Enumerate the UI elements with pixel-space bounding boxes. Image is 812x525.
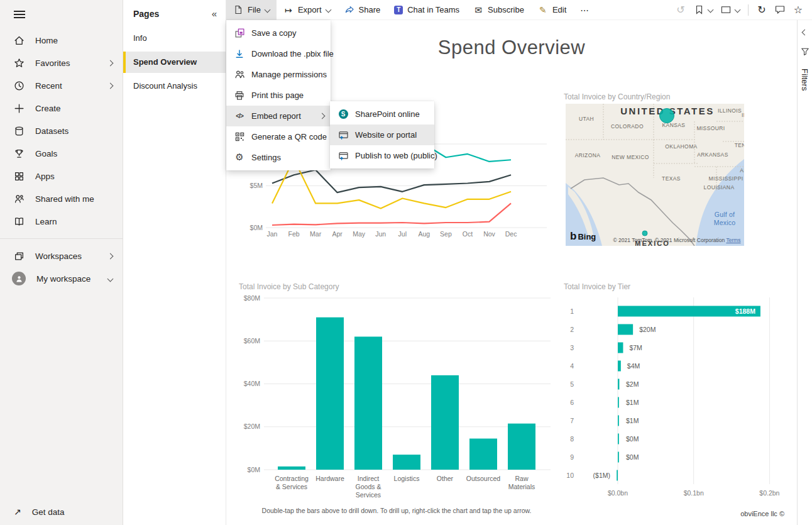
bar-chart-visual[interactable]: Total Invoice by Sub Category $0M$20M$40…	[239, 280, 554, 525]
bookmarks-icon[interactable]	[694, 5, 704, 15]
more-options-button[interactable]: ⋯	[573, 0, 596, 20]
svg-text:RawMaterials: RawMaterials	[508, 475, 535, 490]
bar-indirect-goods-services[interactable]	[354, 336, 382, 470]
chevron-down-icon[interactable]	[708, 7, 714, 13]
sidebar-item-label: Create	[35, 104, 112, 113]
tier-bar-6[interactable]	[618, 397, 619, 408]
menu-item-generate-a-qr-code[interactable]: Generate a QR code	[226, 126, 331, 147]
sidebar-item-label: Shared with me	[35, 194, 112, 204]
page-item-discount-analysis[interactable]: Discount Analysis	[123, 75, 226, 97]
filters-pane-collapsed: Filters	[797, 20, 812, 525]
menu-item-print-this-page[interactable]: Print this page	[226, 85, 331, 106]
submenu-item-publish-to-web-public-[interactable]: Publish to web (public)	[330, 145, 434, 166]
edit-button[interactable]: ✎ Edit	[531, 0, 573, 20]
share-icon	[344, 5, 354, 15]
svg-text:$0M: $0M	[626, 453, 639, 461]
chevron-down-icon[interactable]	[735, 7, 741, 13]
apps-icon	[14, 171, 25, 182]
svg-text:$1M: $1M	[626, 399, 639, 406]
tier-bar-10[interactable]	[617, 470, 618, 481]
favorite-star-icon[interactable]: ☆	[793, 5, 803, 15]
tier-chart-plot: $0.0bn$0.1bn$0.2bn1$188M2$20M3$7M4$4M5$2…	[564, 280, 782, 511]
menu-item-manage-permissions[interactable]: Manage permissions	[226, 64, 331, 85]
svg-text:$4M: $4M	[627, 362, 640, 370]
sidebar-item-favorites[interactable]: Favorites	[0, 52, 123, 74]
menu-item-settings[interactable]: ⚙Settings	[226, 147, 331, 168]
svg-text:$188M: $188M	[735, 307, 755, 315]
bar-contracting-services[interactable]	[278, 467, 305, 470]
svg-text:Jul: Jul	[398, 230, 407, 238]
sidebar-item-home[interactable]: Home	[0, 29, 123, 52]
sidebar-item-shared-with-me[interactable]: Shared with me	[0, 187, 123, 210]
sidebar-item-learn[interactable]: Learn	[0, 210, 123, 233]
red-series[interactable]	[272, 203, 511, 225]
sidebar-item-my-workspace[interactable]: My workspace	[0, 267, 123, 290]
file-menu: Save a copyDownload the .pbix fileManage…	[226, 20, 331, 170]
chat-in-teams-button[interactable]: T Chat in Teams	[387, 0, 466, 20]
map-data-bubble[interactable]	[659, 108, 674, 123]
view-icon[interactable]	[721, 5, 731, 15]
bar-logistics[interactable]	[393, 455, 420, 470]
tier-bar-3[interactable]	[618, 343, 623, 353]
expand-filters-icon[interactable]	[802, 30, 808, 36]
tier-bar-7[interactable]	[618, 416, 619, 426]
sidebar-item-workspaces[interactable]: Workspaces	[0, 245, 123, 267]
tier-bar-5[interactable]	[618, 379, 619, 390]
sidebar-item-recent[interactable]: Recent	[0, 74, 123, 97]
bar-outsourced[interactable]	[469, 439, 497, 470]
svg-text:Dec: Dec	[505, 230, 517, 238]
chevron-right-icon	[107, 82, 114, 89]
collapse-pages-icon[interactable]: «	[212, 8, 217, 19]
export-icon: ↦	[283, 5, 294, 15]
submenu-item-website-or-portal[interactable]: Website or portal	[330, 124, 434, 145]
hamburger-menu-icon[interactable]	[0, 0, 38, 29]
app-sidebar: HomeFavoritesRecentCreateDatasetsGoalsAp…	[0, 0, 123, 525]
sidebar-item-create[interactable]: Create	[0, 97, 123, 119]
avatar	[12, 272, 26, 285]
file-button[interactable]: File	[226, 0, 277, 20]
map-visual[interactable]: Total Invoice by Country/Region UNITED S…	[564, 90, 746, 248]
svg-text:Jun: Jun	[375, 230, 386, 238]
subscribe-button[interactable]: ✉ Subscribe	[466, 0, 531, 20]
sidebar-item-datasets[interactable]: Datasets	[0, 119, 123, 142]
menu-item-embed-report[interactable]: </>Embed report	[226, 106, 331, 126]
bar-hardware[interactable]	[316, 318, 344, 470]
share-button[interactable]: Share	[337, 0, 388, 20]
bar-raw-materials[interactable]	[508, 424, 535, 470]
tier-bar-4[interactable]	[618, 361, 621, 372]
comment-icon[interactable]	[775, 5, 785, 15]
svg-text:4: 4	[570, 362, 574, 370]
get-data-button[interactable]: ↗ Get data	[0, 499, 123, 525]
people-icon	[234, 69, 245, 80]
map-canvas[interactable]: UNITED STATESUTAHCOLORADOKANSASMISSOURII…	[566, 104, 744, 246]
terms-link[interactable]: Terms	[726, 237, 740, 243]
page-item-spend-overview[interactable]: Spend Overview	[123, 52, 226, 73]
menu-item-download-the-pbix-file[interactable]: Download the .pbix file	[226, 43, 331, 64]
svg-text:Nov: Nov	[483, 230, 495, 238]
tier-chart-title: Total Invoice by Tier	[564, 282, 630, 291]
export-button[interactable]: ↦ Export	[277, 0, 337, 20]
more-options-icon: ⋯	[580, 6, 589, 14]
refresh-icon[interactable]: ↻	[757, 5, 767, 15]
svg-text:Other: Other	[437, 475, 454, 482]
chevron-down-icon	[107, 275, 114, 282]
map-data-bubble[interactable]	[642, 231, 648, 236]
tier-chart-visual[interactable]: Total Invoice by Tier $0.0bn$0.1bn$0.2bn…	[564, 280, 782, 511]
page-item-info[interactable]: Info	[123, 28, 226, 49]
map-label: ARKANSAS	[697, 152, 728, 158]
tier-bar-8[interactable]	[618, 434, 619, 445]
submenu-item-sharepoint-online[interactable]: SSharePoint online	[330, 104, 434, 124]
sidebar-item-goals[interactable]: Goals	[0, 142, 123, 165]
filter-funnel-icon[interactable]	[801, 47, 809, 56]
sidebar-item-apps[interactable]: Apps	[0, 165, 123, 187]
gear-icon: ⚙	[234, 153, 245, 162]
bar-other[interactable]	[431, 375, 459, 470]
menu-item-save-a-copy[interactable]: Save a copy	[226, 23, 331, 43]
get-data-label: Get data	[32, 507, 65, 517]
tier-bar-2[interactable]	[618, 324, 633, 335]
tier-bar-9[interactable]	[618, 452, 619, 463]
chevron-down-icon	[325, 7, 331, 13]
svg-text:Aug: Aug	[419, 230, 431, 238]
map-label: OKLAHOMA	[665, 143, 697, 150]
map-label: COLORADO	[611, 123, 644, 130]
